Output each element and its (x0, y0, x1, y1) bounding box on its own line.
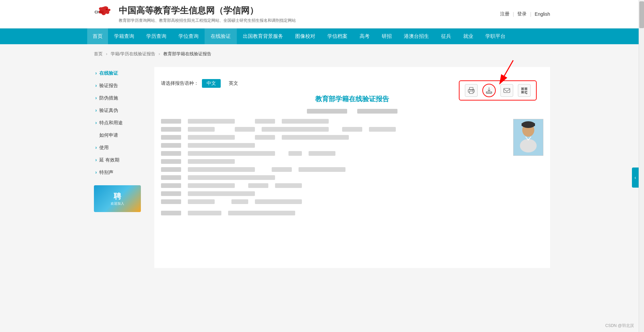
page-scrollbar[interactable] (639, 0, 644, 332)
report-area: 请选择报告语种： 中文 英文 教育部学籍在线验证报告 (154, 67, 550, 268)
svg-rect-14 (522, 92, 523, 93)
breadcrumb-home[interactable]: 首页 (94, 51, 103, 56)
side-collapse-tab[interactable]: ‹ (632, 168, 639, 188)
nav-item-chuguo[interactable]: 出国教育背景服务 (237, 28, 289, 44)
print-button[interactable] (465, 84, 478, 97)
email-button[interactable] (500, 84, 513, 97)
svg-rect-8 (504, 88, 510, 93)
svg-point-19 (520, 139, 537, 152)
nav-item-yanzao[interactable]: 研招 (376, 28, 398, 44)
sidebar-advertisement[interactable]: 聘 欢迎加入 (94, 185, 141, 212)
sidebar-item-8[interactable]: 特别声 (94, 166, 148, 179)
sidebar: 在线验证验证报告防伪措施验证真伪特点和用途如何申请使用延 有效期特别声 聘 欢迎… (94, 67, 148, 268)
site-title: 中国高等教育学生信息网（学信网） (119, 5, 296, 16)
nav-item-yanzheng[interactable]: 在线验证 (205, 28, 237, 44)
logo-text: 中国高等教育学生信息网（学信网） 教育部学历查询网站、教育部高校招生阳光工程指定… (119, 5, 296, 23)
side-tab-arrow-icon: ‹ (635, 175, 636, 180)
register-link[interactable]: 注册 (500, 11, 509, 17)
sidebar-item-6[interactable]: 使用 (94, 141, 148, 154)
lang-chinese-btn[interactable]: 中文 (202, 79, 221, 88)
scrollbar-thumb[interactable] (639, 1, 644, 28)
nav-item-xueli[interactable]: 学历查询 (140, 28, 172, 44)
report-photo (513, 119, 543, 156)
svg-rect-5 (470, 91, 473, 93)
sidebar-item-0[interactable]: 在线验证 (94, 67, 148, 79)
nav-item-tuxiang[interactable]: 图像校对 (289, 28, 321, 44)
logo-image: CHSI (94, 4, 114, 24)
svg-rect-18 (522, 123, 535, 126)
content-wrapper: 在线验证验证报告防伪措施验证真伪特点和用途如何申请使用延 有效期特别声 聘 欢迎… (94, 67, 550, 268)
sidebar-item-7[interactable]: 延 有效期 (94, 154, 148, 166)
breadcrumb-area: 首页 › 学籍/学历在线验证报告 › 教育部学籍在线验证报告 (94, 51, 550, 60)
sidebar-item-4[interactable]: 特点和用途 (94, 117, 148, 129)
sidebar-item-2[interactable]: 防伪措施 (94, 92, 148, 104)
site-subtitle: 教育部学历查询网站、教育部高校招生阳光工程指定网站、全国硕士研究生招生报名和调剂… (119, 18, 296, 23)
breadcrumb-level2[interactable]: 学籍/学历在线验证报告 (111, 51, 156, 56)
nav-item-xuji[interactable]: 学籍查询 (108, 28, 140, 44)
lang-english-btn[interactable]: 英文 (224, 79, 243, 88)
nav-item-zhengbing[interactable]: 征兵 (435, 28, 457, 44)
report-data-rows (161, 119, 543, 204)
breadcrumb: 首页 › 学籍/学历在线验证报告 › 教育部学籍在线验证报告 (94, 51, 550, 57)
report-body (161, 119, 543, 204)
sidebar-item-3[interactable]: 验证真伪 (94, 104, 148, 117)
login-link[interactable]: 登录 (517, 11, 527, 17)
tool-buttons-box (459, 80, 537, 101)
nav-item-gangao[interactable]: 港澳台招生 (398, 28, 435, 44)
nav-item-gaokao[interactable]: 高考 (354, 28, 376, 44)
sidebar-item-5[interactable]: 如何申请 (94, 129, 148, 141)
header: CHSI 中国高等教育学生信息网（学信网） 教育部学历查询网站、教育部高校招生阳… (0, 0, 644, 28)
report-subtitle (161, 109, 543, 114)
lang-label: 请选择报告语种： (161, 80, 199, 86)
qr-button[interactable] (518, 84, 531, 97)
header-nav: 注册 | 登录 | English (500, 11, 550, 17)
nav-item-xuezhi[interactable]: 学职平台 (479, 28, 512, 44)
main-navbar: 首页学籍查询学历查询学位查询在线验证出国教育背景服务图像校对学信档案高考研招港澳… (0, 28, 644, 44)
sidebar-item-1[interactable]: 验证报告 (94, 79, 148, 92)
nav-item-home[interactable]: 首页 (87, 28, 108, 44)
nav-item-jiuye[interactable]: 就业 (457, 28, 479, 44)
svg-point-1 (106, 9, 108, 10)
svg-point-6 (473, 90, 474, 90)
svg-rect-10 (522, 88, 523, 89)
nav-item-xuewei[interactable]: 学位查询 (172, 28, 205, 44)
breadcrumb-current: 教育部学籍在线验证报告 (163, 51, 211, 56)
watermark: CSDN @羽北溟 (605, 323, 634, 329)
english-link[interactable]: English (535, 11, 550, 17)
report-footer-row (161, 211, 543, 215)
nav-item-dangan[interactable]: 学信档案 (321, 28, 354, 44)
download-button[interactable] (482, 84, 496, 97)
svg-rect-12 (526, 88, 527, 89)
logo-area: CHSI 中国高等教育学生信息网（学信网） 教育部学历查询网站、教育部高校招生阳… (94, 4, 296, 24)
